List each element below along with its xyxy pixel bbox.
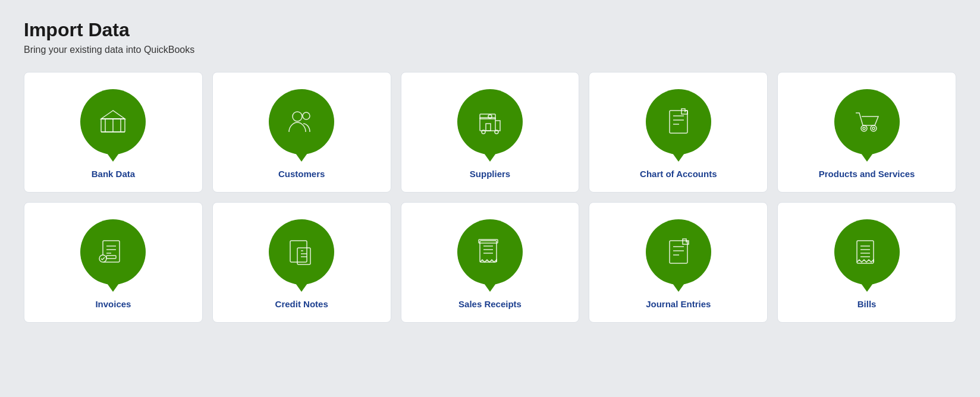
bank-data-label: Bank Data: [92, 169, 135, 179]
svg-rect-23: [290, 241, 307, 262]
sales-receipts-label: Sales Receipts: [458, 299, 522, 309]
svg-rect-13: [480, 114, 495, 119]
svg-rect-25: [480, 241, 497, 262]
card-sales-receipts[interactable]: Sales Receipts: [401, 202, 580, 323]
card-credit-notes[interactable]: Credit Notes: [212, 202, 391, 323]
customers-label: Customers: [278, 169, 325, 179]
products-and-services-label: Products and Services: [819, 169, 915, 179]
bills-label: Bills: [857, 299, 877, 309]
svg-point-19: [872, 127, 875, 130]
card-journal-entries[interactable]: Journal Entries: [589, 202, 768, 323]
suppliers-icon: [457, 89, 523, 155]
card-bills[interactable]: Bills: [777, 202, 956, 323]
svg-rect-26: [479, 240, 498, 243]
invoices-label: Invoices: [95, 299, 131, 309]
card-chart-of-accounts[interactable]: Chart of Accounts: [589, 72, 768, 193]
svg-point-7: [293, 112, 302, 121]
card-products-and-services[interactable]: Products and Services: [777, 72, 956, 193]
bills-icon: [834, 219, 900, 285]
svg-rect-10: [486, 124, 491, 131]
import-grid: Bank Data Customers Suppliers Chart of A…: [24, 72, 956, 323]
card-customers[interactable]: Customers: [212, 72, 391, 193]
invoices-icon: [80, 219, 146, 285]
card-invoices[interactable]: Invoices: [24, 202, 203, 323]
journal-entries-label: Journal Entries: [646, 299, 711, 309]
products-and-services-icon: [834, 89, 900, 155]
svg-rect-21: [106, 256, 116, 259]
card-suppliers[interactable]: Suppliers: [401, 72, 580, 193]
svg-marker-5: [101, 111, 125, 119]
page-title: Import Data: [24, 19, 956, 41]
suppliers-label: Suppliers: [470, 169, 510, 179]
svg-point-17: [871, 125, 877, 131]
svg-point-16: [861, 125, 867, 131]
chart-of-accounts-icon: [646, 89, 711, 155]
customers-icon: [269, 89, 334, 155]
card-bank-data[interactable]: Bank Data: [24, 72, 203, 193]
svg-point-8: [303, 112, 310, 119]
credit-notes-label: Credit Notes: [275, 299, 328, 309]
bank-data-icon: [80, 89, 146, 155]
page-subtitle: Bring your existing data into QuickBooks: [24, 45, 956, 55]
chart-of-accounts-label: Chart of Accounts: [640, 169, 717, 179]
sales-receipts-icon: [457, 219, 523, 285]
credit-notes-icon: [269, 219, 334, 285]
journal-entries-icon: [646, 219, 711, 285]
svg-rect-9: [480, 118, 495, 131]
svg-point-18: [863, 127, 865, 130]
